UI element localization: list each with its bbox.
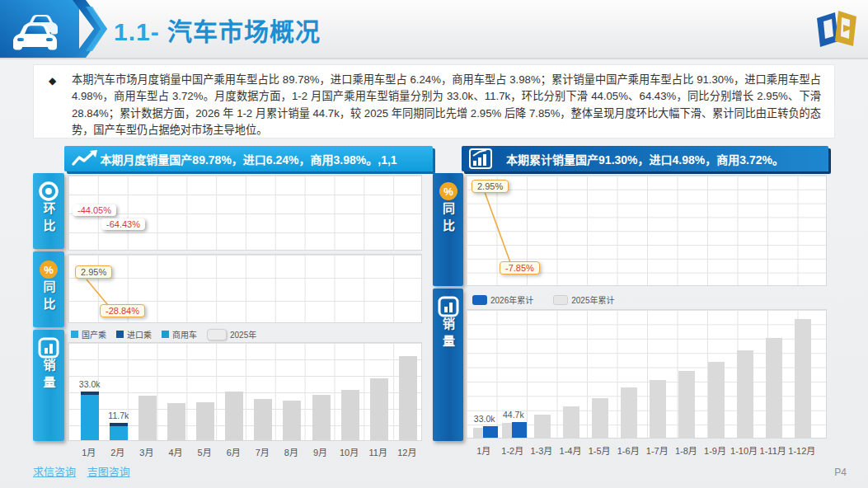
x-axis-label: 1月 <box>82 445 96 458</box>
target-icon <box>38 181 59 202</box>
bar-8月 <box>283 401 301 440</box>
cumulative-sales-chart: 2026年累计 2025年累计 33.0k44.7k <box>466 289 827 440</box>
bar-2025-1-4月 <box>563 406 579 438</box>
x-axis-label: 9月 <box>313 445 327 458</box>
tab-sales-right-label: 销量 <box>439 317 457 441</box>
company-logo-icon <box>810 5 861 53</box>
page-title-number: 1.1- <box>114 18 160 45</box>
legend-item-2025-cum: 2025年累计 <box>553 293 614 306</box>
x-axis-label: 12月 <box>397 445 416 458</box>
footer-links: 求信咨询 吉图咨询 <box>33 463 138 479</box>
bar-2025-1-3月 <box>534 415 551 438</box>
svg-text:%: % <box>443 185 453 198</box>
bar-12月 <box>399 356 417 440</box>
bar-2025-1-5月 <box>592 398 608 438</box>
monthly-plot: 33.0k11.7k <box>68 342 422 441</box>
tab-yoy-left-label: 同比 <box>40 280 58 327</box>
mom-chart-panel: -44.05% -64.43% <box>68 175 422 251</box>
x-axis-label: 4月 <box>168 445 182 458</box>
bar-1月 <box>81 392 99 440</box>
monthly-sales-chart: 国产乘 进口乘 商用车 2025年 33.0k11.7k <box>68 326 422 442</box>
page-number: P4 <box>834 467 847 478</box>
bar-chart-icon <box>438 296 459 317</box>
bar-2025-1-11月 <box>766 338 782 438</box>
legend-item-commercial: 商用车 <box>162 328 197 340</box>
x-axis-label: 1-11月 <box>760 443 786 457</box>
bar-value-label: 44.7k <box>503 410 524 420</box>
bar-value-label: 33.0k <box>79 379 101 389</box>
tab-sales-left[interactable]: 销量 <box>33 330 64 441</box>
bar-4月 <box>167 403 185 440</box>
header: 1.1- 汽车市场概况 <box>0 0 868 59</box>
footer-link-jitu[interactable]: 吉图咨询 <box>87 466 130 478</box>
monthly-xlabels: 1月2月3月4月5月6月7月8月9月10月11月12月 <box>68 445 422 458</box>
page-title-text: 汽车市场概况 <box>167 18 321 45</box>
x-axis-label: 8月 <box>284 445 298 458</box>
bar-7月 <box>254 399 272 440</box>
x-axis-label: 10月 <box>340 445 359 458</box>
bar-9月 <box>312 395 331 440</box>
bar-value-label: 33.0k <box>474 414 495 424</box>
legend-item-domestic: 国产乘 <box>71 328 106 340</box>
tab-mom-label: 环比 <box>40 202 58 249</box>
bar-chart-icon <box>38 337 59 359</box>
legend-swatch-domestic <box>71 331 78 338</box>
bar-2月 <box>110 423 128 440</box>
bar-2025-1-9月 <box>708 362 725 438</box>
yoy-right-chart-panel: 2.95% -7.85% <box>466 175 827 286</box>
cumulative-banner-text: 本期累计销量国产91.30%，进口4.98%，商用3.72%。 <box>506 151 784 167</box>
slide: 1.1- 汽车市场概况 ◆ 本期汽车市场月度销量中国产乘用车型占比 89.78%… <box>0 0 868 488</box>
bar-11月 <box>370 378 388 440</box>
trend-line-icon <box>71 148 99 169</box>
bar-6月 <box>225 392 243 440</box>
bar-5月 <box>196 402 214 440</box>
legend-swatch-import <box>116 331 124 338</box>
x-axis-label: 1-8月 <box>675 443 697 457</box>
summary-text: 本期汽车市场月度销量中国产乘用车型占比 89.78%，进口乘用车型占 6.24%… <box>72 72 821 139</box>
bar-2026-1月 <box>483 426 498 438</box>
bar-value-label: 11.7k <box>108 411 129 420</box>
x-axis-label: 1-6月 <box>617 443 640 457</box>
cumulative-banner: 本期累计销量国产91.30%，进口4.98%，商用3.72%。 <box>462 146 828 171</box>
tab-sales-right[interactable]: 销量 <box>433 289 463 441</box>
cumulative-legend: 2026年累计 2025年累计 <box>472 293 615 306</box>
x-axis-label: 1-5月 <box>589 443 611 457</box>
legend-item-import: 进口乘 <box>116 328 152 340</box>
yoy-right-callout-first: 2.95% <box>472 180 509 193</box>
summary-box: ◆ 本期汽车市场月度销量中国产乘用车型占比 89.78%，进口乘用车型占 6.2… <box>33 64 835 138</box>
x-axis-label: 7月 <box>256 445 270 458</box>
bar-2026-1-2月 <box>512 422 527 438</box>
x-axis-label: 1-4月 <box>560 443 582 457</box>
tab-sales-left-label: 销量 <box>40 359 58 441</box>
tab-mom[interactable]: 环比 <box>33 173 64 249</box>
x-axis-label: 5月 <box>198 445 212 458</box>
x-axis-label: 1-12月 <box>788 443 815 457</box>
x-axis-label: 1-9月 <box>704 443 726 457</box>
bullet-diamond-icon: ◆ <box>49 75 56 87</box>
bar-2025-1-8月 <box>678 371 695 438</box>
x-axis-label: 2月 <box>110 445 124 458</box>
bar-2025-1-10月 <box>737 350 753 438</box>
tab-yoy-right-label: 同比 <box>439 202 457 286</box>
bar-10月 <box>341 390 359 440</box>
bar-2025-1-6月 <box>621 387 637 438</box>
yoy-left-callout-feb: -28.84% <box>100 304 145 317</box>
x-axis-label: 1月 <box>476 443 490 457</box>
page-title: 1.1- 汽车市场概况 <box>114 12 321 48</box>
legend-swatch-commercial <box>162 331 169 338</box>
monthly-legend: 国产乘 进口乘 商用车 2025年 <box>71 328 256 340</box>
tab-yoy-left[interactable]: % 同比 <box>33 251 64 327</box>
yoy-left-chart-panel: 2.95% -28.84% <box>68 254 422 323</box>
x-axis-label: 1-10月 <box>730 443 758 457</box>
legend-swatch-2026-cum <box>472 295 487 305</box>
cumulative-plot: 33.0k44.7k <box>466 309 827 439</box>
x-axis-label: 1-7月 <box>646 443 669 457</box>
monthly-banner: 本期月度销量国产89.78%，进口6.24%，商用3.98%。,1,1 <box>64 146 433 171</box>
footer-link-qiuxin[interactable]: 求信咨询 <box>33 466 76 478</box>
monthly-banner-text: 本期月度销量国产89.78%，进口6.24%，商用3.98%。,1,1 <box>100 151 396 167</box>
tab-yoy-right[interactable]: % 同比 <box>433 173 463 286</box>
x-axis-label: 1-2月 <box>501 443 523 457</box>
percent-icon: % <box>38 259 59 280</box>
cumulative-xlabels: 1月1-2月1-3月1-4月1-5月1-6月1-7月1-8月1-9月1-10月1… <box>466 443 827 457</box>
x-axis-label: 3月 <box>139 445 153 458</box>
